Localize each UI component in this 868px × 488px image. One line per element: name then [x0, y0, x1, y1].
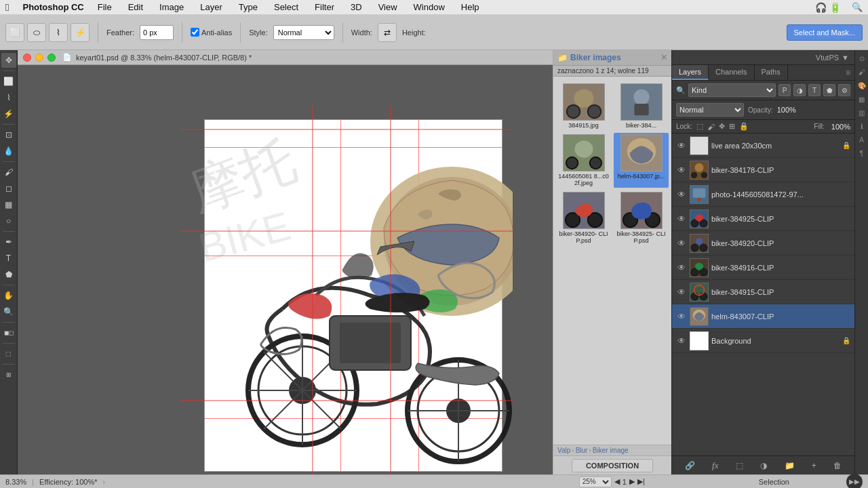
delete-layer-icon[interactable]: 🗑: [833, 461, 842, 470]
layer-item-photo[interactable]: 👁 photo-1445605081472-97...: [672, 182, 854, 207]
layer-item-biker925[interactable]: 👁 biker-384925-CLIP: [672, 207, 854, 231]
swatches-icon[interactable]: ▦: [856, 94, 867, 104]
menu-image[interactable]: Image: [157, 2, 186, 12]
fb-last-icon[interactable]: ▶|: [637, 477, 645, 486]
play-button[interactable]: ▶▶: [846, 474, 863, 489]
close-button[interactable]: [23, 54, 31, 62]
quick-mask[interactable]: ⬚: [1, 346, 16, 361]
layer-item-live-area[interactable]: 👁 live area 20x30cm 🔒: [672, 134, 854, 158]
char-icon[interactable]: A: [856, 134, 867, 145]
layer-item-biker1[interactable]: 👁 biker-384178-CLIP: [672, 158, 854, 182]
pen-tool[interactable]: ✒: [1, 235, 16, 249]
fg-bg-colors[interactable]: ◼◻: [1, 325, 16, 340]
filter-type-icon[interactable]: T: [808, 84, 821, 96]
shape-tool[interactable]: ⬟: [1, 267, 16, 282]
layer-vis-photo[interactable]: 👁: [676, 189, 687, 200]
menu-filter[interactable]: Filter: [312, 2, 337, 12]
adjustment-icon[interactable]: ◑: [760, 461, 767, 470]
filter-smart-icon[interactable]: ⚙: [838, 84, 850, 96]
menu-select[interactable]: Select: [271, 2, 301, 12]
layer-vis-live-area[interactable]: 👁: [676, 140, 687, 151]
hand-tool[interactable]: ✋: [1, 288, 16, 303]
menu-type[interactable]: Type: [236, 2, 260, 12]
swap-wh-btn[interactable]: ⇄: [378, 23, 397, 42]
marquee-rect-tool[interactable]: ⬜: [1, 74, 16, 89]
gradient-tool[interactable]: ▦: [1, 197, 16, 212]
para-icon[interactable]: ¶: [856, 148, 867, 159]
eyedropper-tool[interactable]: 💧: [1, 144, 16, 159]
filter-pixel-icon[interactable]: P: [778, 84, 791, 96]
document-content[interactable]: 摩托 BIKE: [18, 65, 553, 474]
lock-artboard-icon[interactable]: ⊞: [729, 122, 735, 131]
blend-mode-select[interactable]: Normal Multiply Screen Overlay Soft Ligh…: [676, 103, 744, 117]
minimize-button[interactable]: [35, 54, 43, 62]
breadcrumb-valp[interactable]: Valp: [557, 447, 570, 454]
workspace-expand-icon[interactable]: ▼: [842, 54, 849, 62]
marquee-rect-btn[interactable]: ⬜: [5, 23, 24, 42]
style-select[interactable]: Normal Fixed Ratio Fixed Size: [273, 25, 334, 40]
dodge-tool[interactable]: ○: [1, 214, 16, 228]
layer-item-helm[interactable]: 👁 helm-843007-CLIP: [672, 304, 854, 329]
layer-item-biker915[interactable]: 👁 biker-384915-CLIP: [672, 280, 854, 304]
layer-vis-biker915[interactable]: 👁: [676, 287, 687, 298]
info-icon[interactable]: ℹ: [856, 121, 867, 131]
fb-item-3[interactable]: 1445605081 8...c02f.jpeg: [556, 133, 611, 188]
add-layer-icon[interactable]: +: [812, 461, 816, 470]
filter-shape-icon[interactable]: ⬟: [823, 84, 835, 96]
menu-help[interactable]: Help: [458, 2, 482, 12]
layer-vis-biker1[interactable]: 👁: [676, 165, 687, 176]
filter-adj-icon[interactable]: ◑: [793, 84, 806, 96]
layer-vis-biker920[interactable]: 👁: [676, 238, 687, 249]
lock-paint-icon[interactable]: 🖌: [707, 123, 715, 131]
link-icon[interactable]: 🔗: [685, 461, 695, 470]
layer-vis-biker925[interactable]: 👁: [676, 214, 687, 224]
lasso-btn[interactable]: ⌇: [49, 23, 68, 42]
brush-tool[interactable]: 🖌: [1, 165, 16, 180]
maximize-button[interactable]: [47, 54, 56, 62]
layer-item-biker916[interactable]: 👁 biker-384916-CLIP: [672, 256, 854, 280]
lock-all-icon[interactable]: 🔒: [739, 122, 749, 131]
menu-view[interactable]: View: [376, 2, 400, 12]
crop-tool[interactable]: ⊡: [1, 127, 16, 142]
zoom-tool[interactable]: 🔍: [1, 304, 16, 319]
layer-item-background[interactable]: 👁 Background 🔒: [672, 329, 854, 353]
eraser-tool[interactable]: ◻: [1, 181, 16, 196]
breadcrumb-biker[interactable]: Biker image: [593, 447, 629, 454]
layer-vis-helm[interactable]: 👁: [676, 311, 687, 322]
fb-next-icon[interactable]: ▶: [629, 477, 635, 486]
fb-item-6[interactable]: biker-384925- CLIP.psd: [614, 190, 669, 245]
screen-mode[interactable]: ⊞: [1, 367, 16, 382]
kind-select[interactable]: Kind Name Effect Mode Attribute Color: [688, 83, 776, 97]
composition-button[interactable]: COMPOSITION: [572, 459, 653, 472]
marquee-ellipse-btn[interactable]: ⬭: [27, 23, 46, 42]
gradient-icon[interactable]: ▥: [856, 107, 867, 118]
move-tool[interactable]: ✥: [1, 53, 16, 68]
menu-file[interactable]: File: [95, 2, 115, 12]
fb-close-icon[interactable]: ✕: [660, 53, 667, 62]
lasso-tool[interactable]: ⌇: [1, 90, 16, 105]
breadcrumb-blur[interactable]: Blur: [576, 447, 588, 454]
menu-window[interactable]: Window: [411, 2, 448, 12]
fb-item-4[interactable]: helm-843007.jp...: [614, 133, 669, 188]
fx-icon[interactable]: fx: [712, 460, 718, 471]
magic-btn[interactable]: ⚡: [71, 23, 90, 42]
tab-channels[interactable]: Channels: [709, 65, 754, 80]
brush-presets-icon[interactable]: 🖌: [856, 66, 867, 77]
antialias-label[interactable]: Anti-alias: [191, 28, 232, 37]
menu-3d[interactable]: 3D: [348, 2, 365, 12]
layer-vis-biker916[interactable]: 👁: [676, 262, 687, 273]
magic-wand-tool[interactable]: ⚡: [1, 106, 16, 121]
menu-layer[interactable]: Layer: [197, 2, 225, 12]
lock-move-icon[interactable]: ✥: [719, 122, 725, 131]
layer-item-biker920[interactable]: 👁 biker-384920-CLIP: [672, 231, 854, 256]
feather-input[interactable]: [140, 25, 174, 40]
text-tool[interactable]: T: [1, 251, 16, 266]
mask-icon[interactable]: ⬚: [736, 461, 743, 470]
color-icon[interactable]: 🎨: [856, 80, 867, 91]
fb-item-2[interactable]: biker-384...: [614, 82, 669, 130]
antialias-checkbox[interactable]: [191, 28, 199, 37]
group-icon[interactable]: 📁: [785, 461, 795, 470]
tab-layers[interactable]: Layers: [672, 65, 709, 80]
lock-transparent-icon[interactable]: ⬚: [696, 122, 703, 131]
tab-paths[interactable]: Paths: [755, 65, 788, 80]
